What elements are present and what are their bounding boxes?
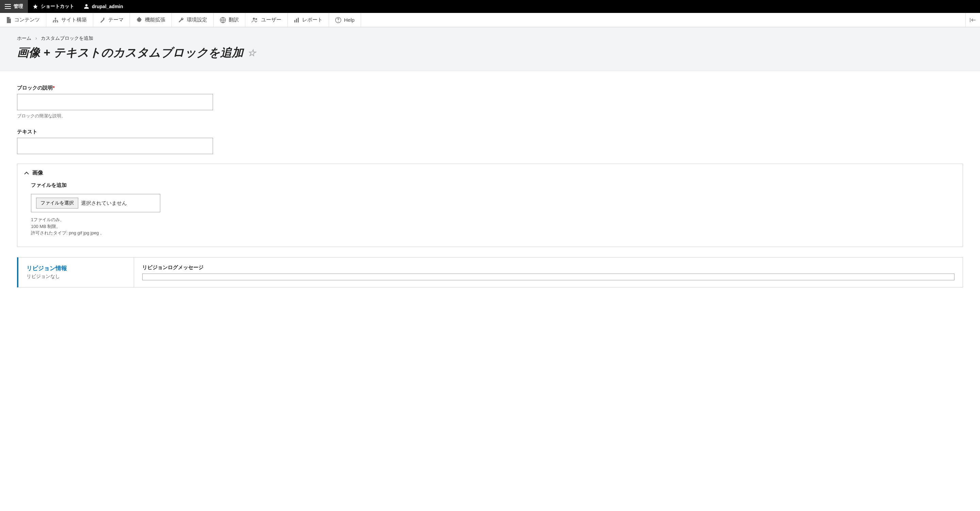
svg-point-9 (256, 18, 257, 20)
admin-spacer (361, 13, 966, 27)
page-title-text: 画像 + テキストのカスタムブロックを追加 (17, 45, 243, 60)
block-description-label: ブロックの説明* (17, 85, 963, 91)
breadcrumb: ホーム › カスタムブロックを追加 (17, 35, 963, 41)
manage-label: 管理 (14, 3, 23, 10)
topbar: 管理 ショートカット drupal_admin (0, 0, 980, 13)
text-field: テキスト (17, 129, 963, 154)
block-description-help: ブロックの簡潔な説明。 (17, 113, 963, 119)
revision-log-label: リビジョンログメッセージ (142, 264, 955, 271)
chart-icon (294, 18, 299, 23)
file-hints: 1ファイルのみ。 100 MB 制限。 許可されたタイプ: png gif jp… (31, 216, 949, 236)
block-description-input[interactable] (17, 94, 213, 110)
admin-translate-label: 翻訳 (229, 17, 239, 23)
svg-rect-0 (5, 4, 11, 5)
svg-rect-11 (296, 19, 297, 22)
svg-point-4 (53, 21, 54, 22)
globe-icon (220, 17, 226, 23)
chevron-up-icon (24, 172, 29, 175)
admin-appearance[interactable]: テーマ (93, 13, 130, 27)
breadcrumb-separator: › (35, 35, 37, 41)
block-description-field: ブロックの説明* ブロックの簡潔な説明。 (17, 85, 963, 119)
revision-tab-title: リビジョン情報 (27, 264, 126, 272)
wrench-icon (178, 17, 184, 23)
file-icon (6, 17, 11, 23)
svg-point-8 (253, 18, 255, 20)
text-input[interactable] (17, 138, 213, 154)
revision-tab-subtitle: リビジョンなし (27, 274, 126, 280)
user-menu[interactable]: drupal_admin (79, 0, 128, 13)
revision-log-textarea[interactable] (142, 274, 955, 280)
text-label: テキスト (17, 129, 963, 135)
breadcrumb-add-block[interactable]: カスタムブロックを追加 (41, 35, 93, 41)
breadcrumb-home[interactable]: ホーム (17, 35, 31, 41)
block-description-label-text: ブロックの説明 (17, 85, 53, 91)
hamburger-icon (5, 4, 11, 9)
admin-collapse-button[interactable] (966, 13, 980, 27)
admin-configuration[interactable]: 環境設定 (172, 13, 214, 27)
manage-menu[interactable]: 管理 (0, 0, 28, 13)
admin-appearance-label: テーマ (108, 17, 124, 23)
structure-icon (52, 18, 59, 23)
required-marker: * (53, 85, 55, 91)
shortcuts-menu[interactable]: ショートカット (28, 0, 79, 13)
admin-structure[interactable]: サイト構築 (46, 13, 93, 27)
admin-content[interactable]: コンテンツ (0, 13, 46, 27)
page-title: 画像 + テキストのカスタムブロックを追加 ☆ (17, 45, 963, 60)
collapse-icon (970, 18, 976, 22)
svg-rect-1 (5, 6, 11, 7)
star-icon (33, 4, 38, 9)
admin-reports-label: レポート (302, 17, 323, 23)
admin-help-label: Help (344, 17, 355, 23)
svg-rect-12 (298, 18, 299, 22)
file-upload-status: 選択されていません (81, 200, 127, 207)
help-icon (335, 17, 341, 23)
puzzle-icon (136, 17, 142, 23)
admin-extend-label: 機能拡張 (145, 17, 165, 23)
content: ブロックの説明* ブロックの簡潔な説明。 テキスト 画像 ファイルを追加 ファイ… (0, 71, 980, 301)
file-hint-count: 1ファイルのみ。 (31, 216, 949, 223)
svg-point-6 (57, 21, 58, 22)
image-fieldset-legend[interactable]: 画像 (18, 164, 963, 182)
admin-people[interactable]: ユーザー (245, 13, 288, 27)
add-shortcut-star-icon[interactable]: ☆ (247, 47, 256, 59)
image-fieldset-body: ファイルを追加 ファイルを選択 選択されていません 1ファイルのみ。 100 M… (18, 182, 963, 247)
adminbar: コンテンツ サイト構築 テーマ 機能拡張 環境設定 翻訳 ユーザー レポート H… (0, 13, 980, 27)
admin-structure-label: サイト構築 (61, 17, 87, 23)
admin-extend[interactable]: 機能拡張 (130, 13, 172, 27)
admin-reports[interactable]: レポート (288, 13, 329, 27)
svg-rect-2 (5, 8, 11, 9)
svg-rect-10 (294, 20, 295, 22)
shortcuts-label: ショートカット (41, 3, 74, 10)
file-hint-size: 100 MB 制限。 (31, 223, 949, 230)
user-icon (84, 4, 89, 9)
add-file-label: ファイルを追加 (31, 182, 949, 188)
svg-point-5 (55, 21, 56, 22)
header-region: ホーム › カスタムブロックを追加 画像 + テキストのカスタムブロックを追加 … (0, 27, 980, 71)
file-hint-types: 許可されたタイプ: png gif jpg jpeg 。 (31, 230, 949, 236)
revision-section: リビジョン情報 リビジョンなし リビジョンログメッセージ (17, 257, 963, 288)
revision-main: リビジョンログメッセージ (134, 258, 963, 287)
file-upload-widget: ファイルを選択 選択されていません (31, 194, 160, 212)
choose-file-button[interactable]: ファイルを選択 (36, 197, 78, 209)
svg-point-3 (55, 18, 56, 19)
admin-people-label: ユーザー (261, 17, 282, 23)
admin-help[interactable]: Help (329, 13, 361, 27)
wand-icon (99, 17, 105, 23)
people-icon (251, 18, 258, 23)
image-fieldset-legend-text: 画像 (32, 169, 43, 177)
image-fieldset: 画像 ファイルを追加 ファイルを選択 選択されていません 1ファイルのみ。 10… (17, 164, 963, 247)
revision-tab[interactable]: リビジョン情報 リビジョンなし (18, 258, 134, 287)
user-label: drupal_admin (92, 4, 123, 9)
admin-translate[interactable]: 翻訳 (214, 13, 245, 27)
admin-content-label: コンテンツ (14, 17, 40, 23)
admin-configuration-label: 環境設定 (187, 17, 207, 23)
